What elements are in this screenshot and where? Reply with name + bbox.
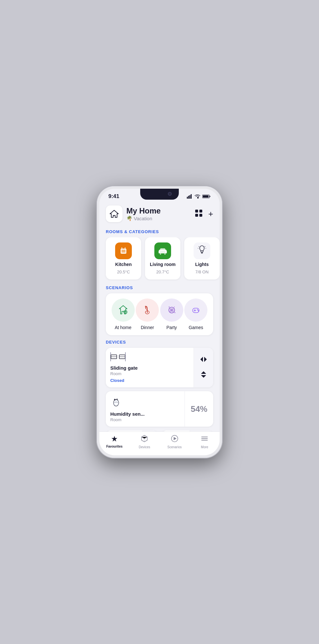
lights-icon-box: [194, 242, 210, 259]
gate-center-button[interactable]: [199, 371, 208, 380]
at-home-label: At home: [115, 325, 132, 330]
nav-devices[interactable]: Devices: [130, 434, 160, 449]
svg-point-62: [114, 399, 116, 401]
play-circle-icon: [170, 434, 179, 443]
svg-point-48: [197, 309, 198, 310]
svg-rect-0: [187, 197, 188, 199]
devices-icon: [140, 434, 149, 444]
gate-expand-button[interactable]: [199, 355, 208, 365]
signal-icon: [187, 194, 193, 199]
devices-label: Devices: [139, 445, 150, 449]
scenarios-nav-icon: [170, 434, 179, 444]
kitchen-name: Kitchen: [115, 262, 132, 267]
svg-rect-8: [199, 210, 202, 213]
gate-name: Sliding gate: [110, 365, 189, 371]
scroll-area[interactable]: My Home 🌴 Vacation: [99, 202, 220, 431]
humidity-value: 54%: [191, 404, 207, 414]
dinner-circle: [136, 298, 159, 322]
scenario-party[interactable]: Party: [160, 298, 183, 330]
svg-rect-9: [195, 214, 198, 217]
scenario-at-home[interactable]: At home: [112, 298, 135, 330]
svg-rect-1: [188, 196, 189, 199]
dinner-icon: [141, 304, 154, 317]
lights-icon: [196, 245, 208, 257]
svg-point-38: [145, 307, 147, 308]
nav-favourites[interactable]: ★ Favourites: [99, 434, 130, 449]
svg-point-23: [200, 246, 204, 251]
gate-expand-icon: [199, 355, 208, 363]
phone-screen: 9:41: [99, 189, 220, 455]
svg-line-29: [205, 246, 205, 247]
cube-icon: [140, 434, 149, 443]
svg-rect-3: [191, 194, 192, 199]
more-label: More: [201, 445, 208, 449]
rooms-section-title: ROOMS & CATEGORIES: [99, 225, 220, 237]
home-info: My Home 🌴 Vacation: [106, 205, 161, 222]
lights-sub: 7/8 ON: [195, 270, 208, 274]
battery-icon: [202, 194, 211, 199]
home-status: 🌴 Vacation: [126, 215, 161, 221]
gate-room: Room: [110, 371, 189, 376]
kitchen-temp: 20.5°C: [117, 270, 130, 274]
gate-svg: [110, 352, 126, 361]
svg-rect-16: [122, 252, 125, 252]
at-home-circle: [112, 298, 135, 322]
rooms-row[interactable]: Kitchen 20.5°C: [99, 237, 220, 281]
svg-marker-59: [201, 375, 206, 378]
humidity-card[interactable]: Humidity sen... Room 54%: [106, 391, 213, 427]
favourites-label: Favourites: [106, 445, 123, 448]
gate-status: Closed: [110, 378, 189, 383]
favourites-icon: ★: [111, 434, 118, 443]
scenarios-row: At home Dinner: [111, 298, 208, 330]
party-icon: [165, 304, 178, 317]
room-card-kitchen[interactable]: Kitchen 20.5°C: [106, 237, 141, 279]
humidity-svg: [110, 396, 122, 407]
room-card-lights[interactable]: Lights 7/8 ON: [184, 237, 220, 279]
svg-rect-6: [203, 195, 209, 198]
devices-grid: Sliding gate Room Closed: [106, 348, 213, 431]
scenarios-section-title: SCENARIOS: [99, 281, 220, 293]
scenario-games[interactable]: Games: [184, 298, 207, 330]
add-button[interactable]: +: [208, 210, 213, 218]
svg-point-49: [198, 310, 199, 311]
lights-name: Lights: [195, 262, 209, 267]
kitchen-icon: [119, 246, 128, 256]
home-title: My Home: [126, 206, 161, 215]
gate-main: Sliding gate Room Closed: [106, 348, 194, 387]
humidity-name: Humidity sen...: [110, 411, 180, 417]
sofa-icon: [158, 246, 168, 255]
at-home-icon: [117, 304, 130, 317]
svg-marker-76: [174, 437, 177, 440]
room-card-living[interactable]: Living room 20.7°C: [145, 237, 180, 279]
status-icons: [187, 194, 211, 199]
humidity-main: Humidity sen... Room: [106, 391, 185, 427]
grid-icon: [194, 209, 203, 218]
scenarios-card: At home Dinner: [106, 293, 213, 335]
svg-point-42: [169, 307, 169, 308]
svg-rect-2: [189, 195, 190, 199]
scenarios-label: Scenarios: [168, 445, 182, 449]
svg-rect-55: [125, 352, 126, 361]
svg-point-39: [146, 306, 147, 307]
svg-rect-21: [160, 253, 161, 255]
status-time: 9:41: [108, 193, 119, 200]
menu-icon: [200, 434, 209, 443]
svg-rect-5: [210, 196, 211, 197]
scenario-dinner[interactable]: Dinner: [136, 298, 159, 330]
svg-point-63: [116, 399, 118, 400]
svg-point-36: [125, 311, 126, 312]
header: My Home 🌴 Vacation: [99, 202, 220, 225]
games-label: Games: [189, 325, 203, 330]
more-icon: [200, 434, 209, 444]
humidity-icon-wrap: [110, 396, 180, 409]
svg-rect-22: [164, 253, 166, 255]
home-text: My Home 🌴 Vacation: [126, 206, 161, 221]
notch: [140, 189, 179, 200]
living-icon-box: [154, 242, 171, 259]
party-label: Party: [166, 325, 177, 330]
nav-scenarios[interactable]: Scenarios: [160, 434, 190, 449]
sliding-gate-card[interactable]: Sliding gate Room Closed: [106, 348, 213, 387]
nav-more[interactable]: More: [190, 434, 220, 449]
grid-view-button[interactable]: [194, 209, 203, 219]
vacation-icon: 🌴: [126, 215, 132, 221]
